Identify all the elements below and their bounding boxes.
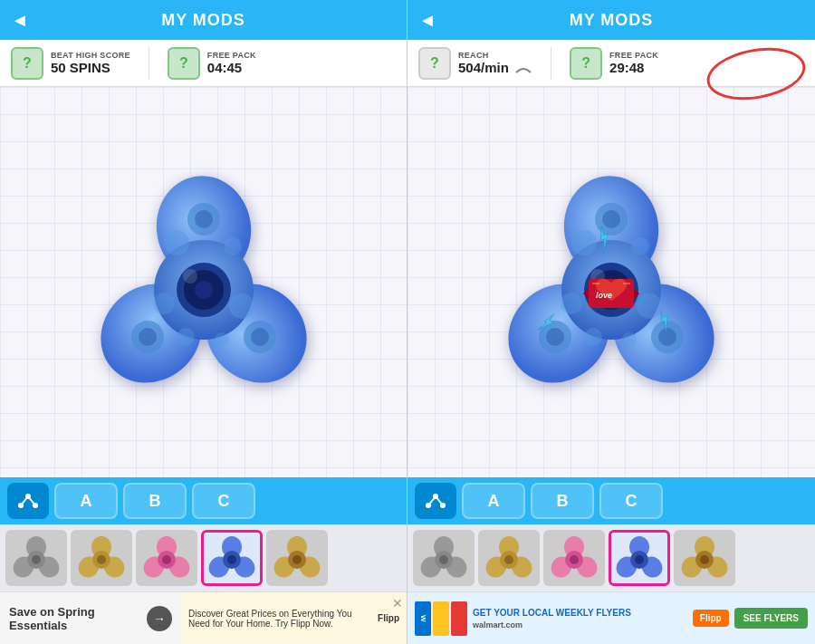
back-button-left[interactable]: ◄ <box>11 10 29 31</box>
svg-point-44 <box>227 555 236 564</box>
spinner-option-2-right[interactable] <box>478 530 540 586</box>
ad-sponsor-left: Flipp <box>378 613 399 623</box>
ad-walmart-section[interactable]: W GET YOUR LOCAL WEEKLY FLYERS walmart.c… <box>408 592 815 644</box>
svg-point-64 <box>571 230 597 255</box>
svg-line-24 <box>28 496 35 505</box>
stat-icon-right-1: ? <box>418 47 451 80</box>
svg-line-23 <box>21 496 28 505</box>
stats-bar-left: ? BEAT HIGH SCORE 50 SPINS ? FREE PACK 0… <box>0 40 407 87</box>
stat-value-left-1: 50 SPINS <box>51 60 130 75</box>
spinner-option-4-right[interactable] <box>609 530 670 586</box>
stat-beat-high-score: ? BEAT HIGH SCORE 50 SPINS <box>11 47 130 80</box>
spinner-option-3-right[interactable] <box>543 530 605 586</box>
stat-icon-left-1: ? <box>11 47 43 80</box>
tab-c-right[interactable]: C <box>599 483 663 519</box>
svg-point-61 <box>546 328 564 346</box>
spinner-options-left <box>0 524 407 591</box>
bottom-bar-right: A B C <box>408 477 815 524</box>
svg-point-18 <box>215 332 229 347</box>
screen-right: ◄ MY MODS ? REACH 504/min <box>408 0 815 644</box>
stat-label-right-1: REACH <box>458 51 532 60</box>
spinner-options-right <box>408 524 815 591</box>
svg-point-67 <box>637 293 662 319</box>
svg-point-86 <box>439 555 448 564</box>
stat-value-right-2: 29:48 <box>609 60 658 75</box>
ad-walmart-text: GET YOUR LOCAL WEEKLY FLYERS <box>473 608 631 619</box>
svg-point-34 <box>97 555 106 564</box>
stat-reach: ? REACH 504/min <box>418 47 532 80</box>
stat-free-pack-left: ? FREE PACK 04:45 <box>168 47 256 80</box>
screens-container: ◄ MY MODS ? BEAT HIGH SCORE 50 SPINS ? F… <box>0 0 815 644</box>
see-flyers-button[interactable]: SEE FLYERS <box>734 608 808 629</box>
stat-divider-left <box>149 47 149 80</box>
svg-point-29 <box>32 555 41 564</box>
bottom-bar-left: A B C <box>0 477 407 524</box>
spinner-option-5-left[interactable] <box>266 530 328 586</box>
stat-icon-left-2: ? <box>168 47 200 80</box>
ad-right-text: Discover Great Prices on Everything You … <box>188 609 367 629</box>
svg-point-14 <box>224 237 242 255</box>
tab-c-left[interactable]: C <box>192 483 255 519</box>
svg-point-106 <box>700 555 709 564</box>
svg-point-16 <box>229 293 254 319</box>
tab-b-right[interactable]: B <box>531 483 594 519</box>
svg-point-8 <box>195 210 213 228</box>
spinner-option-4-left[interactable] <box>201 530 263 586</box>
svg-point-10 <box>139 328 157 346</box>
share-button-right[interactable] <box>415 483 456 519</box>
ad-bar-right: W GET YOUR LOCAL WEEKLY FLYERS walmart.c… <box>408 591 815 644</box>
ad-right-section[interactable]: Discover Great Prices on Everything You … <box>181 592 407 644</box>
header-left: ◄ MY MODS <box>0 0 407 40</box>
svg-line-81 <box>436 496 443 505</box>
header-title-left: MY MODS <box>161 11 245 30</box>
tab-a-left[interactable]: A <box>54 483 118 519</box>
stat-free-pack-right: ? FREE PACK 29:48 <box>570 47 658 80</box>
svg-point-101 <box>635 555 644 564</box>
ad-arrow[interactable]: → <box>147 606 172 631</box>
screen-left: ◄ MY MODS ? BEAT HIGH SCORE 50 SPINS ? F… <box>0 0 408 644</box>
spinner-option-3-left[interactable] <box>136 530 197 586</box>
stats-bar-right: ? REACH 504/min ? FREE PACK <box>408 40 815 87</box>
svg-point-13 <box>164 230 189 255</box>
svg-point-91 <box>504 555 513 564</box>
header-title-right: MY MODS <box>570 11 654 30</box>
svg-text:love: love <box>596 291 612 300</box>
ad-left-text: Save on Spring Essentials <box>9 605 139 632</box>
spinner-option-1-left[interactable] <box>5 530 67 586</box>
svg-point-96 <box>570 555 579 564</box>
svg-point-15 <box>153 293 175 314</box>
svg-point-59 <box>602 210 620 228</box>
stat-value-left-2: 04:45 <box>207 60 256 75</box>
svg-point-17 <box>177 328 195 346</box>
svg-point-6 <box>195 281 213 299</box>
tab-b-left[interactable]: B <box>123 483 187 519</box>
svg-line-80 <box>428 496 436 505</box>
spinner-right: love <box>494 163 729 402</box>
header-right: ◄ MY MODS <box>408 0 815 40</box>
share-button-left[interactable] <box>7 483 49 519</box>
spinner-option-2-left[interactable] <box>71 530 132 586</box>
stat-icon-right-2: ? <box>570 47 602 80</box>
game-area-right: love <box>408 87 815 477</box>
svg-point-63 <box>658 328 676 346</box>
stat-divider-right <box>551 47 551 80</box>
svg-point-19 <box>183 269 197 284</box>
svg-point-66 <box>561 293 582 314</box>
spinner-option-1-right[interactable] <box>413 530 475 586</box>
ad-close-left[interactable]: ✕ <box>392 596 403 610</box>
stat-label-left-2: FREE PACK <box>207 51 256 60</box>
stat-value-right-1: 504/min <box>458 60 532 75</box>
svg-point-68 <box>584 328 602 346</box>
tab-a-right[interactable]: A <box>462 483 525 519</box>
game-area-left <box>0 87 407 477</box>
spinner-left <box>86 163 321 402</box>
spinner-option-5-right[interactable] <box>674 530 735 586</box>
svg-point-49 <box>292 555 302 564</box>
stat-label-left-1: BEAT HIGH SCORE <box>51 51 130 60</box>
ad-bar-left: Save on Spring Essentials → Discover Gre… <box>0 591 407 644</box>
ad-left-section[interactable]: Save on Spring Essentials → <box>0 592 181 644</box>
svg-point-65 <box>631 237 649 255</box>
svg-point-69 <box>622 332 637 347</box>
back-button-right[interactable]: ◄ <box>418 10 436 31</box>
svg-point-12 <box>251 328 269 346</box>
